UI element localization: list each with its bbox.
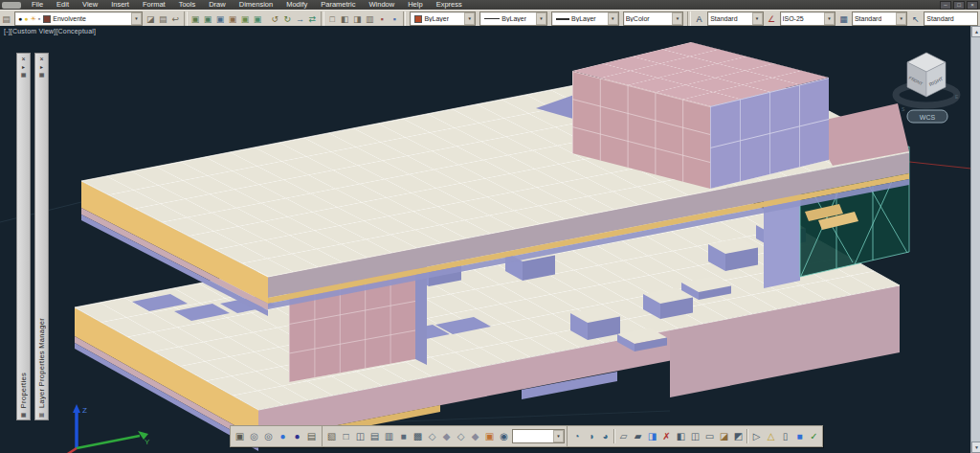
chevron-down-icon[interactable]: ▼ xyxy=(896,12,906,25)
view-cube[interactable]: S E FRONT RIGHT WCS xyxy=(896,53,959,123)
thaw-all-layers-icon[interactable]: ▥ xyxy=(364,11,376,26)
color-faces-icon[interactable]: ◪ xyxy=(717,428,731,444)
multileader-style-dropdown[interactable]: Standard xyxy=(924,11,978,26)
dimension-style-icon[interactable]: ∠ xyxy=(766,11,778,26)
check-interference-icon[interactable]: △ xyxy=(764,428,778,444)
menu-file[interactable]: File xyxy=(25,0,50,10)
palette-properties[interactable]: × ▸ ▦ Properties ▦ xyxy=(16,53,31,420)
chevron-down-icon[interactable]: ▼ xyxy=(553,430,564,442)
hide-icon[interactable]: ▣ xyxy=(233,428,247,444)
shell-icon[interactable]: ◩ xyxy=(731,428,746,444)
layer-update-icon[interactable]: ▤ xyxy=(157,11,169,26)
scroll-down-icon[interactable]: ▼ xyxy=(971,442,980,453)
vs-conceptual-icon[interactable]: ■ xyxy=(396,428,411,444)
render-window-icon[interactable]: ▤ xyxy=(304,428,319,444)
turn-all-layers-on-icon[interactable]: ◨ xyxy=(351,11,364,26)
lock-layer-icon[interactable]: ▪ xyxy=(376,11,389,26)
free-orbit-icon[interactable]: ◑ xyxy=(584,428,598,444)
layer-match-icon[interactable]: ↻ xyxy=(281,11,294,26)
menu-view[interactable]: View xyxy=(76,0,104,10)
vs-sphere-4-icon[interactable]: ◆ xyxy=(468,428,482,444)
close-icon[interactable]: × xyxy=(21,55,25,63)
make-object-layer-current-icon[interactable]: ◪ xyxy=(145,11,157,26)
chevron-down-icon[interactable]: ▼ xyxy=(672,12,682,25)
menu-tools[interactable]: Tools xyxy=(172,0,203,10)
minimize-button[interactable]: – xyxy=(940,1,951,10)
layer-delete-icon[interactable]: ◧ xyxy=(339,11,351,26)
menu-window[interactable]: Window xyxy=(363,0,402,10)
vs-3d-hidden-icon[interactable]: ▤ xyxy=(368,428,382,444)
vs-sphere-2-icon[interactable]: ◆ xyxy=(439,428,454,444)
close-button[interactable]: × xyxy=(967,1,978,10)
menu-format[interactable]: Format xyxy=(136,0,172,10)
vs-realistic-icon[interactable]: ▥ xyxy=(382,428,396,444)
vs-sphere-1-icon[interactable]: ◇ xyxy=(425,428,439,444)
menu-help[interactable]: Help xyxy=(401,0,429,10)
palette-layer-properties-manager[interactable]: × ▸ ▦ Layer Properties Manager ▤ xyxy=(34,53,49,420)
vs-2d-wireframe-icon[interactable]: □ xyxy=(339,428,353,444)
viewport-label[interactable]: [-][Custom View][Conceptual] xyxy=(4,28,96,34)
layer-thaw-icon[interactable]: ▣ xyxy=(252,11,264,26)
validate-icon[interactable]: ✓ xyxy=(807,428,821,444)
layer-on-icon[interactable]: ▣ xyxy=(239,11,252,26)
rotate-faces-icon[interactable]: ◧ xyxy=(674,428,688,444)
vs-sphere-3-icon[interactable]: ◇ xyxy=(454,428,468,444)
box-icon[interactable]: ■ xyxy=(792,428,807,444)
layer-previous-icon[interactable]: ↩ xyxy=(169,11,182,26)
close-icon[interactable]: × xyxy=(39,55,43,63)
copy-objects-to-layer-icon[interactable]: ⇄ xyxy=(306,11,319,26)
multileader-style-icon[interactable]: ↖ xyxy=(909,11,922,26)
layer-isolate-icon[interactable]: ▣ xyxy=(189,11,202,26)
table-style-dropdown[interactable]: Standard ▼ xyxy=(852,11,907,26)
menu-dimension[interactable]: Dimension xyxy=(233,0,279,10)
continuous-orbit-icon[interactable]: ◕ xyxy=(598,428,612,444)
render-region-icon[interactable]: ◎ xyxy=(247,428,261,444)
cylinder-icon[interactable]: ▯ xyxy=(778,428,792,444)
properties-menu-icon[interactable]: ▦ xyxy=(21,71,27,79)
layer-freeze-icon[interactable]: ▣ xyxy=(214,11,227,26)
auto-hide-icon[interactable]: ▸ xyxy=(22,63,25,71)
chevron-down-icon[interactable]: ▼ xyxy=(464,12,475,25)
taper-faces-icon[interactable]: ◫ xyxy=(688,428,702,444)
layer-lock-icon[interactable]: ▪ xyxy=(38,12,40,25)
palette-title[interactable]: Layer Properties Manager xyxy=(37,318,46,408)
linetype-control-dropdown[interactable]: ByLayer ▼ xyxy=(479,11,547,26)
move-faces-icon[interactable]: ▰ xyxy=(631,428,645,444)
layer-off-icon[interactable]: ▣ xyxy=(227,11,239,26)
layer-walk-icon[interactable]: ↺ xyxy=(269,11,281,26)
visual-styles-manager-icon[interactable]: ▧ xyxy=(324,428,339,444)
layer-unisolate-icon[interactable]: ▣ xyxy=(202,11,214,26)
plotstyle-control-dropdown[interactable]: ByColor ▼ xyxy=(623,11,684,26)
texture-icon[interactable]: ▣ xyxy=(482,428,497,444)
chevron-down-icon[interactable]: ▼ xyxy=(824,12,835,25)
delete-faces-icon[interactable]: ✗ xyxy=(659,428,674,444)
magnifier-icon[interactable]: ◉ xyxy=(497,428,511,444)
properties-menu-icon[interactable]: ▦ xyxy=(39,71,45,79)
chevron-down-icon[interactable]: ▼ xyxy=(536,12,546,25)
unlock-layer-icon[interactable]: ▪ xyxy=(389,11,401,26)
constrained-orbit-icon[interactable]: ◔ xyxy=(569,428,584,444)
vertical-scrollbar[interactable]: ▲ ▼ xyxy=(970,26,980,453)
render-presets-icon[interactable]: ● xyxy=(290,428,304,444)
copy-faces-icon[interactable]: ▭ xyxy=(702,428,717,444)
palette-title[interactable]: Properties xyxy=(19,373,28,408)
offset-faces-icon[interactable]: ◨ xyxy=(645,428,659,444)
layer-control-dropdown[interactable]: ● ● ☀ ▪ Envolvente ▼ xyxy=(14,11,143,26)
extrude-faces-icon[interactable]: ▱ xyxy=(616,428,631,444)
menu-modify[interactable]: Modify xyxy=(279,0,314,10)
visual-style-combo[interactable]: ▼ xyxy=(512,429,565,443)
change-to-current-layer-icon[interactable]: → xyxy=(294,11,306,26)
text-style-icon[interactable]: A xyxy=(693,11,705,26)
render-sphere-icon[interactable]: ● xyxy=(276,428,290,444)
wcs-label[interactable]: WCS xyxy=(920,114,936,121)
menu-edit[interactable]: Edit xyxy=(50,0,76,10)
menu-browser-button[interactable] xyxy=(2,2,21,9)
chevron-down-icon[interactable]: ▼ xyxy=(131,12,142,25)
chevron-down-icon[interactable]: ▼ xyxy=(752,12,763,25)
render-crop-icon[interactable]: ◎ xyxy=(261,428,276,444)
layer-bulb-icon[interactable]: ● xyxy=(24,12,28,25)
select-icon[interactable]: ▷ xyxy=(749,428,764,444)
menu-parametric[interactable]: Parametric xyxy=(314,0,362,10)
vs-shaded-icon[interactable]: ▩ xyxy=(411,428,425,444)
menu-insert[interactable]: Insert xyxy=(104,0,136,10)
